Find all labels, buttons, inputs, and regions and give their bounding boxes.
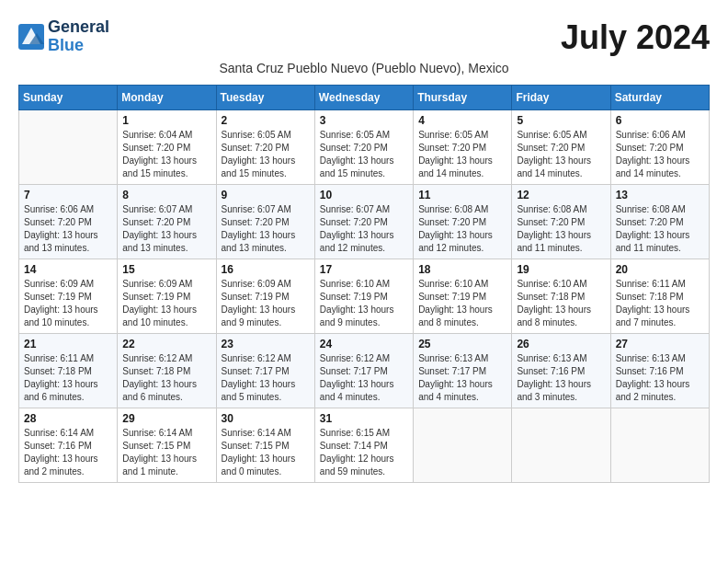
calendar-table: SundayMondayTuesdayWednesdayThursdayFrid…	[18, 85, 710, 483]
calendar-cell: 16Sunrise: 6:09 AM Sunset: 7:19 PM Dayli…	[216, 259, 314, 334]
header-friday: Friday	[512, 86, 610, 110]
day-info: Sunrise: 6:12 AM Sunset: 7:18 PM Dayligh…	[122, 352, 210, 404]
day-number: 28	[24, 412, 112, 425]
calendar-header-row: SundayMondayTuesdayWednesdayThursdayFrid…	[19, 86, 710, 110]
calendar-week-1: 1Sunrise: 6:04 AM Sunset: 7:20 PM Daylig…	[19, 110, 710, 185]
calendar-cell: 11Sunrise: 6:08 AM Sunset: 7:20 PM Dayli…	[414, 185, 512, 259]
day-info: Sunrise: 6:09 AM Sunset: 7:19 PM Dayligh…	[222, 278, 310, 329]
calendar-cell: 5Sunrise: 6:05 AM Sunset: 7:20 PM Daylig…	[512, 110, 610, 185]
day-info: Sunrise: 6:12 AM Sunset: 7:17 PM Dayligh…	[222, 352, 310, 404]
day-info: Sunrise: 6:12 AM Sunset: 7:17 PM Dayligh…	[320, 352, 408, 404]
day-info: Sunrise: 6:07 AM Sunset: 7:20 PM Dayligh…	[222, 203, 310, 255]
header-sunday: Sunday	[19, 86, 118, 110]
day-number: 26	[517, 338, 605, 350]
day-number: 1	[122, 114, 210, 127]
calendar-cell: 1Sunrise: 6:04 AM Sunset: 7:20 PM Daylig…	[118, 110, 216, 185]
day-number: 14	[24, 263, 112, 276]
calendar-cell: 6Sunrise: 6:06 AM Sunset: 7:20 PM Daylig…	[610, 110, 709, 185]
day-number: 25	[418, 338, 506, 350]
header-thursday: Thursday	[414, 86, 512, 110]
day-info: Sunrise: 6:10 AM Sunset: 7:19 PM Dayligh…	[418, 278, 506, 329]
calendar-body: 1Sunrise: 6:04 AM Sunset: 7:20 PM Daylig…	[19, 110, 710, 483]
day-info: Sunrise: 6:10 AM Sunset: 7:18 PM Dayligh…	[517, 278, 605, 329]
day-info: Sunrise: 6:10 AM Sunset: 7:19 PM Dayligh…	[320, 278, 408, 329]
logo-icon	[18, 24, 44, 50]
calendar-cell: 21Sunrise: 6:11 AM Sunset: 7:18 PM Dayli…	[19, 334, 118, 408]
calendar-cell: 24Sunrise: 6:12 AM Sunset: 7:17 PM Dayli…	[314, 334, 413, 408]
calendar-cell: 8Sunrise: 6:07 AM Sunset: 7:20 PM Daylig…	[118, 185, 216, 259]
calendar-cell: 4Sunrise: 6:05 AM Sunset: 7:20 PM Daylig…	[414, 110, 512, 185]
calendar-cell: 22Sunrise: 6:12 AM Sunset: 7:18 PM Dayli…	[118, 334, 216, 408]
day-number: 21	[24, 338, 112, 350]
calendar-cell: 31Sunrise: 6:15 AM Sunset: 7:14 PM Dayli…	[314, 408, 413, 483]
day-number: 20	[616, 263, 704, 276]
header-wednesday: Wednesday	[314, 86, 413, 110]
day-number: 8	[122, 189, 210, 201]
logo: General Blue	[18, 18, 109, 55]
day-info: Sunrise: 6:08 AM Sunset: 7:20 PM Dayligh…	[517, 203, 605, 255]
calendar-cell: 9Sunrise: 6:07 AM Sunset: 7:20 PM Daylig…	[216, 185, 314, 259]
calendar-cell: 2Sunrise: 6:05 AM Sunset: 7:20 PM Daylig…	[216, 110, 314, 185]
day-number: 3	[320, 114, 408, 127]
calendar-cell: 26Sunrise: 6:13 AM Sunset: 7:16 PM Dayli…	[512, 334, 610, 408]
day-info: Sunrise: 6:05 AM Sunset: 7:20 PM Dayligh…	[517, 129, 605, 180]
day-number: 27	[616, 338, 704, 350]
calendar-cell: 28Sunrise: 6:14 AM Sunset: 7:16 PM Dayli…	[19, 408, 118, 483]
calendar-cell: 20Sunrise: 6:11 AM Sunset: 7:18 PM Dayli…	[610, 259, 709, 334]
day-info: Sunrise: 6:14 AM Sunset: 7:15 PM Dayligh…	[122, 427, 210, 478]
calendar-cell: 17Sunrise: 6:10 AM Sunset: 7:19 PM Dayli…	[314, 259, 413, 334]
day-number: 15	[122, 263, 210, 276]
day-info: Sunrise: 6:15 AM Sunset: 7:14 PM Dayligh…	[320, 427, 408, 478]
day-info: Sunrise: 6:14 AM Sunset: 7:15 PM Dayligh…	[222, 427, 310, 478]
day-number: 24	[320, 338, 408, 350]
day-info: Sunrise: 6:13 AM Sunset: 7:17 PM Dayligh…	[418, 352, 506, 404]
day-info: Sunrise: 6:06 AM Sunset: 7:20 PM Dayligh…	[24, 203, 112, 255]
day-info: Sunrise: 6:05 AM Sunset: 7:20 PM Dayligh…	[222, 129, 310, 180]
calendar-cell: 10Sunrise: 6:07 AM Sunset: 7:20 PM Dayli…	[314, 185, 413, 259]
calendar-week-5: 28Sunrise: 6:14 AM Sunset: 7:16 PM Dayli…	[19, 408, 710, 483]
day-info: Sunrise: 6:07 AM Sunset: 7:20 PM Dayligh…	[122, 203, 210, 255]
day-info: Sunrise: 6:04 AM Sunset: 7:20 PM Dayligh…	[122, 129, 210, 180]
calendar-cell: 23Sunrise: 6:12 AM Sunset: 7:17 PM Dayli…	[216, 334, 314, 408]
calendar-cell	[610, 408, 709, 483]
header-saturday: Saturday	[610, 86, 709, 110]
day-info: Sunrise: 6:08 AM Sunset: 7:20 PM Dayligh…	[616, 203, 704, 255]
logo-line2: Blue	[48, 37, 109, 55]
calendar-cell: 7Sunrise: 6:06 AM Sunset: 7:20 PM Daylig…	[19, 185, 118, 259]
day-number: 22	[122, 338, 210, 350]
day-number: 2	[222, 114, 310, 127]
day-number: 17	[320, 263, 408, 276]
calendar-week-2: 7Sunrise: 6:06 AM Sunset: 7:20 PM Daylig…	[19, 185, 710, 259]
day-info: Sunrise: 6:05 AM Sunset: 7:20 PM Dayligh…	[320, 129, 408, 180]
calendar-cell: 14Sunrise: 6:09 AM Sunset: 7:19 PM Dayli…	[19, 259, 118, 334]
logo-line1: General	[48, 18, 109, 37]
calendar-cell: 29Sunrise: 6:14 AM Sunset: 7:15 PM Dayli…	[118, 408, 216, 483]
day-info: Sunrise: 6:11 AM Sunset: 7:18 PM Dayligh…	[24, 352, 112, 404]
day-number: 19	[517, 263, 605, 276]
calendar-cell: 12Sunrise: 6:08 AM Sunset: 7:20 PM Dayli…	[512, 185, 610, 259]
calendar-week-3: 14Sunrise: 6:09 AM Sunset: 7:19 PM Dayli…	[19, 259, 710, 334]
day-number: 10	[320, 189, 408, 201]
day-number: 18	[418, 263, 506, 276]
header-monday: Monday	[118, 86, 216, 110]
day-number: 12	[517, 189, 605, 201]
day-info: Sunrise: 6:14 AM Sunset: 7:16 PM Dayligh…	[24, 427, 112, 478]
location-subtitle: Santa Cruz Pueblo Nuevo (Pueblo Nuevo), …	[18, 61, 710, 75]
day-number: 7	[24, 189, 112, 201]
day-number: 4	[418, 114, 506, 127]
day-info: Sunrise: 6:11 AM Sunset: 7:18 PM Dayligh…	[616, 278, 704, 329]
day-info: Sunrise: 6:09 AM Sunset: 7:19 PM Dayligh…	[24, 278, 112, 329]
calendar-cell: 27Sunrise: 6:13 AM Sunset: 7:16 PM Dayli…	[610, 334, 709, 408]
day-info: Sunrise: 6:07 AM Sunset: 7:20 PM Dayligh…	[320, 203, 408, 255]
calendar-cell: 15Sunrise: 6:09 AM Sunset: 7:19 PM Dayli…	[118, 259, 216, 334]
calendar-cell: 25Sunrise: 6:13 AM Sunset: 7:17 PM Dayli…	[414, 334, 512, 408]
day-info: Sunrise: 6:09 AM Sunset: 7:19 PM Dayligh…	[122, 278, 210, 329]
day-info: Sunrise: 6:06 AM Sunset: 7:20 PM Dayligh…	[616, 129, 704, 180]
month-year-title: July 2024	[561, 18, 710, 57]
calendar-cell	[414, 408, 512, 483]
day-number: 13	[616, 189, 704, 201]
day-info: Sunrise: 6:08 AM Sunset: 7:20 PM Dayligh…	[418, 203, 506, 255]
day-number: 16	[222, 263, 310, 276]
day-number: 23	[222, 338, 310, 350]
day-number: 11	[418, 189, 506, 201]
